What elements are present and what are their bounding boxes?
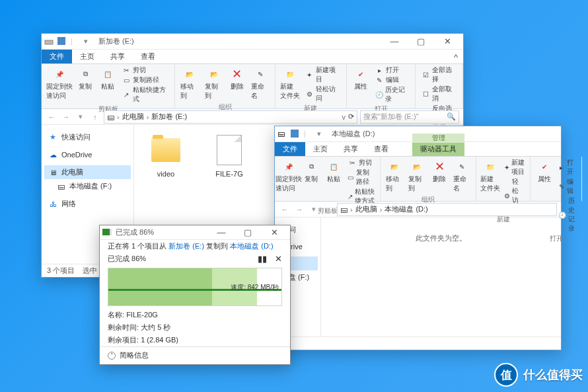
forward-button[interactable]: →	[293, 204, 305, 216]
delete-button[interactable]: ✕删除	[429, 158, 449, 194]
tab-share[interactable]: 共享	[336, 142, 366, 156]
delete-icon: ✕	[230, 67, 244, 81]
progress-mini-icon	[102, 229, 112, 235]
address-bar: ← → ▾ ↑ 🖴 › 此电脑 › 新加卷 (E:) v ⟳ 搜索"新加卷 (E…	[42, 109, 463, 125]
ribbon-collapse-icon[interactable]: ^	[449, 50, 463, 63]
up-button[interactable]: ↑	[322, 204, 334, 216]
pasteshortcut-button[interactable]: ↗粘贴快捷方式	[120, 85, 170, 104]
breadcrumb[interactable]: 🖴› 此电脑› 本地磁盘 (D:)	[337, 203, 557, 216]
save-icon[interactable]	[291, 130, 300, 139]
cancel-button[interactable]: ✕	[275, 254, 282, 264]
recent-button[interactable]: ▾	[308, 204, 320, 216]
source-link[interactable]: 新加卷 (E:)	[168, 242, 204, 250]
refresh-icon[interactable]: ⟳	[348, 112, 354, 121]
minimize-button[interactable]: —	[208, 225, 235, 239]
back-button[interactable]: ←	[46, 111, 57, 123]
selectall-button[interactable]: ☑全部选择	[420, 65, 459, 84]
file-content[interactable]: 此文件夹为空。	[321, 217, 561, 336]
copypath-button[interactable]: ▭复制路径	[120, 75, 170, 85]
edit-button[interactable]: ✎编辑	[557, 177, 577, 196]
cut-button[interactable]: ✂剪切	[346, 158, 376, 167]
nav-network[interactable]: 🖧网络	[44, 197, 131, 211]
cut-icon: ✂	[122, 65, 131, 75]
crumb-pc[interactable]: 此电脑	[355, 204, 377, 214]
dropdown-icon[interactable]: ▾	[317, 130, 326, 139]
qat-sep: |	[304, 130, 313, 139]
tab-view[interactable]: 查看	[133, 50, 163, 63]
copypath-button[interactable]: ▭复制路径	[346, 168, 376, 186]
maximize-button[interactable]: ▢	[235, 225, 261, 239]
edit-button[interactable]: ✎编辑	[373, 75, 411, 85]
newitem-button[interactable]: ✦新建项目	[304, 65, 342, 84]
open-button[interactable]: ▸打开	[557, 158, 577, 176]
maximize-button[interactable]: ▢	[408, 35, 434, 48]
minimize-button[interactable]: —	[381, 35, 408, 48]
recent-button[interactable]: ▾	[75, 111, 87, 123]
pin-button[interactable]: 📌固定到快 速访问	[279, 158, 299, 206]
pin-button[interactable]: 📌固定到快 速访问	[46, 65, 73, 104]
easyaccess-icon: ⚙	[504, 191, 510, 200]
tab-drive-tools[interactable]: 管理 驱动器工具	[412, 142, 464, 156]
dest-link[interactable]: 本地磁盘 (D:)	[230, 242, 273, 250]
dropdown-icon[interactable]: ▾	[84, 37, 93, 46]
moveto-icon: 📂	[182, 67, 197, 81]
newitem-button[interactable]: ✦新建项目	[503, 158, 526, 176]
breadcrumb[interactable]: 🖴 › 此电脑 › 新加卷 (E:) v ⟳	[104, 110, 357, 124]
pin-icon: 📌	[281, 159, 296, 174]
rename-button[interactable]: ✎重命名	[452, 158, 472, 194]
close-button[interactable]: ✕	[261, 225, 287, 239]
cut-button[interactable]: ✂剪切	[120, 65, 170, 75]
crumb-drive[interactable]: 新加卷 (E:)	[151, 112, 187, 122]
nav-this-pc[interactable]: 🖥此电脑	[44, 165, 131, 179]
moveto-button[interactable]: 📂移动到	[385, 158, 404, 194]
drive-icon: 🖴	[107, 113, 114, 121]
tab-home[interactable]: 主页	[305, 142, 336, 156]
history-button[interactable]: 🕘历史记录	[373, 85, 411, 104]
easyaccess-button[interactable]: ⚙轻松访问	[304, 85, 342, 103]
open-button[interactable]: ▸打开	[373, 65, 411, 75]
rename-button[interactable]: ✎重命名	[250, 65, 271, 102]
back-button[interactable]: ←	[279, 204, 291, 216]
up-button[interactable]: ↑	[89, 111, 101, 123]
nav-local-f[interactable]: 🖴本地磁盘 (F:)	[44, 179, 131, 193]
forward-button[interactable]: →	[60, 111, 72, 123]
delete-button[interactable]: ✕删除	[227, 65, 247, 102]
brief-toggle[interactable]: ˄ 简略信息	[100, 346, 290, 360]
titlebar[interactable]: | ▾ 新加卷 (E:) — ▢ ✕	[42, 34, 463, 50]
moveto-button[interactable]: 📂移动到	[179, 65, 200, 102]
rename-icon: ✎	[455, 159, 469, 174]
nav-onedrive[interactable]: ☁OneDrive	[44, 148, 131, 161]
address-bar: ← → ▾ ↑ 🖴› 此电脑› 本地磁盘 (D:)	[275, 202, 561, 217]
search-input[interactable]: 搜索"新加卷 (E:)" 🔍	[360, 110, 459, 124]
close-button[interactable]: ✕	[434, 35, 460, 48]
crumb-pc[interactable]: 此电脑	[122, 112, 144, 122]
newfolder-button[interactable]: 📁新建 文件夹	[279, 65, 301, 103]
properties-button[interactable]: ✔属性	[351, 65, 371, 104]
tab-file[interactable]: 文件	[275, 142, 305, 156]
drive-icon	[44, 37, 54, 46]
file-item-video[interactable]: video	[142, 133, 190, 178]
pause-button[interactable]: ▮▮	[258, 254, 267, 264]
tab-home[interactable]: 主页	[72, 50, 102, 63]
copyto-button[interactable]: 📂复制到	[407, 158, 427, 194]
drive-icon: 🖴	[340, 206, 348, 214]
watermark-text: 什么值得买	[523, 367, 583, 383]
save-icon[interactable]	[57, 37, 67, 46]
ribbon-tabs: 文件 主页 共享 查看 ^	[42, 50, 463, 64]
paste-button[interactable]: 📋粘贴	[98, 65, 118, 104]
copyto-button[interactable]: 📂复制到	[203, 65, 225, 102]
tab-file[interactable]: 文件	[42, 50, 72, 63]
crumb-drive[interactable]: 本地磁盘 (D:)	[385, 204, 427, 214]
ribbon-tabs: 文件 主页 共享 查看 管理 驱动器工具	[275, 142, 561, 157]
copy-button[interactable]: ⧉复制	[75, 65, 95, 104]
path-icon: ▭	[122, 75, 131, 85]
nav-quick-access[interactable]: ★快速访问	[44, 130, 131, 144]
paste-button[interactable]: 📋粘贴	[324, 158, 344, 206]
copy-button[interactable]: ⧉复制	[301, 158, 321, 206]
selectnone-button[interactable]: ☐全部取消	[420, 85, 459, 103]
file-item-7g[interactable]: FILE-7G	[205, 133, 253, 178]
tab-view[interactable]: 查看	[366, 142, 396, 156]
shortcut-icon: ↗	[348, 192, 353, 201]
tab-share[interactable]: 共享	[102, 50, 133, 63]
titlebar[interactable]: 已完成 86% — ▢ ✕	[100, 225, 290, 240]
